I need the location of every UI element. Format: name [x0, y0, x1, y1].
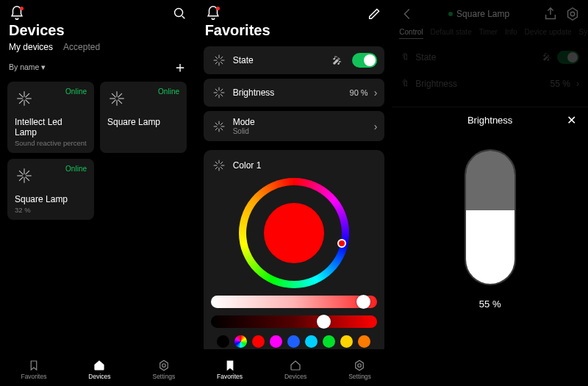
svg-line-24	[19, 177, 23, 181]
svg-marker-61	[568, 8, 578, 21]
color-swatch[interactable]	[340, 335, 353, 348]
color-swatch[interactable]	[358, 335, 370, 348]
tab-my-devices[interactable]: My devices	[9, 42, 53, 55]
device-name: Intellect Led Lamp	[15, 117, 87, 137]
sort-dropdown[interactable]: By name ▾	[9, 62, 46, 71]
nav-settings[interactable]: Settings	[152, 359, 175, 380]
mode-row[interactable]: Mode Solid ›	[204, 111, 385, 141]
svg-line-7	[26, 93, 29, 97]
device-title: Square Lamp	[456, 9, 509, 19]
state-toggle[interactable]	[352, 53, 377, 68]
tab-accepted[interactable]: Accepted	[63, 42, 100, 55]
mic-icon[interactable]: 🎤︎	[332, 55, 342, 66]
nav-devices[interactable]: Devices	[284, 359, 306, 380]
value-slider[interactable]	[211, 315, 378, 328]
color-swatch[interactable]	[217, 335, 229, 348]
color-wheel-handle[interactable]	[337, 239, 346, 248]
devices-grid: Online Intellect Led Lamp Sound reactive…	[0, 77, 196, 224]
screen-devices: Devices My devices Accepted By name ▾ ＋ …	[0, 0, 196, 386]
svg-line-42	[215, 94, 218, 96]
color-swatch[interactable]	[305, 335, 318, 348]
device-icon	[15, 166, 34, 185]
saturation-slider[interactable]	[211, 296, 378, 308]
brightness-slider[interactable]	[465, 149, 516, 285]
svg-point-62	[570, 12, 575, 16]
bottom-nav: Favorites Devices Settings	[0, 349, 196, 386]
svg-line-56	[220, 167, 222, 169]
svg-line-33	[220, 57, 222, 59]
tab-timer[interactable]: Timer	[479, 28, 498, 39]
device-subtitle: 32 %	[15, 206, 87, 214]
svg-line-58	[215, 167, 218, 169]
svg-point-0	[174, 9, 182, 17]
page-title: Favorites	[196, 22, 392, 42]
brightness-row[interactable]: Brightness 90 % ›	[204, 79, 385, 107]
add-device-button[interactable]: ＋	[173, 60, 187, 74]
nav-devices[interactable]: Devices	[88, 359, 110, 380]
svg-line-41	[220, 89, 222, 91]
color-icon	[211, 157, 227, 174]
color-swatch[interactable]	[234, 335, 247, 348]
state-row[interactable]: State 🎤︎	[204, 46, 385, 74]
svg-line-50	[215, 127, 218, 129]
search-icon[interactable]	[171, 5, 187, 21]
color-card: Color 1	[204, 150, 385, 355]
bookmark-icon	[223, 359, 237, 372]
svg-marker-25	[160, 360, 168, 371]
svg-point-60	[358, 363, 362, 367]
device-icon	[107, 89, 126, 108]
tab-device-update[interactable]: Device update	[525, 28, 572, 39]
svg-line-21	[19, 171, 23, 174]
screen-brightness-sheet: Square Lamp Control Default state Timer …	[392, 0, 588, 386]
svg-line-5	[19, 93, 23, 97]
svg-line-15	[118, 93, 122, 97]
device-header: Square Lamp	[392, 0, 588, 25]
device-subtitle: Sound reactive percent	[15, 139, 87, 147]
color-swatch[interactable]	[287, 335, 300, 348]
settings-icon[interactable]	[564, 6, 581, 22]
bottom-nav: Favorites Devices Settings	[196, 349, 392, 386]
notifications-icon[interactable]	[205, 5, 221, 21]
color-swatch[interactable]	[252, 335, 265, 348]
svg-line-47	[215, 122, 218, 124]
nav-settings[interactable]: Settings	[348, 359, 371, 380]
devices-tabs: My devices Accepted	[0, 42, 196, 55]
svg-line-39	[215, 89, 218, 91]
device-tabs: Control Default state Timer Info Device …	[392, 25, 588, 43]
color-swatch[interactable]	[323, 335, 335, 348]
svg-line-34	[215, 62, 218, 64]
color-swatches	[211, 335, 378, 348]
page-title: Devices	[0, 22, 196, 42]
bookmark-icon	[27, 359, 40, 372]
tab-sync[interactable]: Sync	[579, 28, 588, 39]
nav-favorites[interactable]: Favorites	[217, 359, 243, 380]
tab-default-state[interactable]: Default state	[431, 28, 472, 39]
device-card[interactable]: Online Square Lamp	[100, 82, 187, 153]
mic-icon: 🎤︎	[542, 52, 551, 62]
back-icon[interactable]	[399, 6, 415, 22]
svg-marker-59	[356, 360, 364, 371]
brightness-value: 55 %	[479, 299, 501, 310]
tab-control[interactable]: Control	[399, 28, 423, 39]
chevron-down-icon: ▾	[41, 62, 46, 71]
svg-point-26	[162, 363, 166, 367]
color-swatch[interactable]	[270, 335, 282, 348]
color-preview	[264, 203, 324, 263]
nav-favorites[interactable]: Favorites	[21, 359, 46, 380]
status-badge: Online	[65, 87, 87, 96]
tab-info[interactable]: Info	[505, 28, 517, 39]
color-wheel[interactable]	[239, 178, 349, 288]
brightness-icon	[211, 85, 227, 101]
share-icon[interactable]	[542, 6, 559, 22]
chevron-right-icon: ›	[374, 121, 378, 132]
device-card[interactable]: Online Square Lamp 32 %	[7, 159, 94, 220]
svg-line-31	[215, 57, 218, 59]
device-card[interactable]: Online Intellect Led Lamp Sound reactive…	[7, 82, 94, 153]
home-icon	[289, 359, 302, 372]
edit-icon[interactable]	[367, 5, 383, 21]
mode-icon	[211, 118, 227, 135]
status-badge: Online	[65, 165, 87, 173]
svg-line-16	[112, 100, 115, 104]
notifications-icon[interactable]	[9, 5, 25, 21]
close-icon[interactable]: ✕	[564, 113, 579, 127]
